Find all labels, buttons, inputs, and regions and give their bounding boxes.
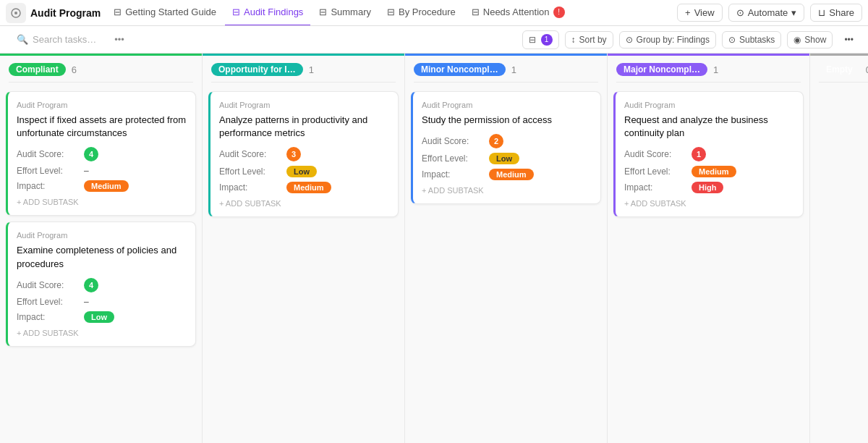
impact-label: Impact:: [422, 169, 483, 180]
audit-score-field: Audit Score:2: [422, 134, 592, 148]
board: Compliant6Audit ProgramInspect if fixed …: [0, 54, 868, 443]
cards-area-compliant: Audit ProgramInspect if fixed assets are…: [0, 88, 202, 443]
column-divider: [819, 82, 868, 83]
effort-label: Effort Level:: [219, 166, 281, 177]
automate-button[interactable]: ⊙ Automate ▾: [728, 4, 805, 22]
app-logo: [6, 3, 26, 23]
column-header-empty: Empty0: [810, 54, 868, 82]
column-count: 1: [511, 64, 516, 75]
effort-field: Effort Level:Medium: [624, 166, 794, 177]
tab-icon: ⊟: [114, 7, 122, 17]
toolbar: 🔍 Search tasks… ••• ⊟ 1 ↕ Sort by ⊙ Grou…: [0, 26, 868, 54]
audit-score-label: Audit Score:: [624, 149, 686, 159]
impact-label: Impact:: [624, 182, 686, 193]
column-empty: Empty0: [810, 54, 868, 443]
share-icon: ⊔: [818, 7, 825, 18]
group-by-button[interactable]: ⊙ Group by: Findings: [619, 31, 716, 48]
task-card[interactable]: Audit ProgramAnalyze patterns in product…: [208, 91, 399, 217]
impact-label: Impact:: [17, 312, 78, 322]
column-major: Major Noncompl…1Audit ProgramRequest and…: [608, 54, 810, 443]
column-header-opportunity: Opportunity for I…1: [203, 54, 404, 82]
audit-score-field: Audit Score:4: [17, 278, 187, 292]
eye-icon: ◉: [793, 35, 801, 45]
tab-label: Getting Started Guide: [125, 7, 216, 17]
svg-point-1: [14, 12, 17, 14]
filter-button[interactable]: ⊟ 1: [522, 30, 559, 49]
impact-field: Impact:High: [624, 182, 794, 193]
effort-field: Effort Level:–: [17, 166, 187, 176]
filter-icon: ⊟: [529, 35, 536, 45]
sort-button[interactable]: ↕ Sort by: [565, 31, 613, 48]
impact-field: Impact:Medium: [17, 180, 187, 192]
effort-badge: Medium: [692, 166, 736, 177]
card-title: Request and analyze the business continu…: [624, 114, 794, 140]
add-subtask-button[interactable]: + ADD SUBTASK: [17, 329, 187, 337]
search-icon: 🔍: [17, 34, 28, 45]
sort-icon: ↕: [571, 35, 576, 45]
status-badge: Opportunity for I…: [211, 63, 303, 76]
cards-area-empty: [810, 88, 868, 443]
card-source: Audit Program: [422, 101, 592, 109]
add-subtask-button[interactable]: + ADD SUBTASK: [17, 198, 187, 206]
audit-score-label: Audit Score:: [219, 149, 281, 159]
toolbar-more2-button[interactable]: •••: [838, 32, 859, 48]
top-nav: Audit Program ⊟ Getting Started Guide ⊟ …: [0, 0, 868, 26]
show-button[interactable]: ◉ Show: [787, 31, 833, 48]
column-header-minor: Minor Noncompl…1: [405, 54, 607, 82]
tab-audit-findings[interactable]: ⊟ Audit Findings: [225, 0, 310, 26]
task-card[interactable]: Audit ProgramRequest and analyze the bus…: [613, 91, 804, 217]
status-badge: Major Noncompl…: [616, 63, 707, 76]
view-button[interactable]: + View: [677, 4, 723, 22]
effort-badge: Low: [489, 153, 519, 164]
tab-label: By Procedure: [399, 7, 456, 17]
effort-label: Effort Level:: [17, 166, 78, 176]
task-card[interactable]: Audit ProgramInspect if fixed assets are…: [6, 91, 196, 216]
column-opportunity: Opportunity for I…1Audit ProgramAnalyze …: [203, 54, 405, 443]
share-button[interactable]: ⊔ Share: [810, 4, 862, 22]
effort-field: Effort Level:–: [17, 297, 187, 307]
tab-icon: ⊟: [387, 7, 395, 17]
column-compliant: Compliant6Audit ProgramInspect if fixed …: [0, 54, 203, 443]
card-title: Inspect if fixed assets are protected fr…: [17, 114, 187, 140]
column-divider: [616, 82, 801, 83]
cards-area-major: Audit ProgramRequest and analyze the bus…: [608, 88, 809, 443]
subtasks-icon: ⊙: [728, 35, 736, 45]
column-header-major: Major Noncompl…1: [608, 54, 809, 82]
tab-summary[interactable]: ⊟ Summary: [312, 0, 378, 26]
tab-needs-attention[interactable]: ⊟ Needs Attention !: [464, 0, 572, 26]
tab-icon: ⊟: [232, 7, 240, 17]
effort-field: Effort Level:Low: [219, 166, 389, 177]
needs-attention-badge: !: [553, 7, 565, 18]
subtasks-button[interactable]: ⊙ Subtasks: [722, 31, 781, 48]
audit-score-field: Audit Score:3: [219, 147, 389, 161]
plus-icon: +: [685, 7, 691, 18]
audit-score-label: Audit Score:: [17, 149, 78, 159]
add-subtask-button[interactable]: + ADD SUBTASK: [624, 199, 794, 208]
effort-label: Effort Level:: [17, 297, 78, 307]
impact-badge: Medium: [84, 180, 129, 192]
tab-by-procedure[interactable]: ⊟ By Procedure: [380, 0, 463, 26]
status-badge: Minor Noncompl…: [414, 63, 506, 76]
card-source: Audit Program: [17, 101, 187, 109]
column-divider: [414, 82, 598, 83]
cards-area-opportunity: Audit ProgramAnalyze patterns in product…: [203, 88, 404, 443]
impact-field: Impact:Medium: [422, 169, 592, 180]
tab-icon: ⊟: [319, 7, 327, 17]
task-card[interactable]: Audit ProgramExamine completeness of pol…: [6, 222, 196, 346]
impact-badge: Medium: [489, 169, 534, 180]
impact-badge: Low: [84, 311, 114, 323]
tab-getting-started[interactable]: ⊟ Getting Started Guide: [106, 0, 224, 26]
audit-score-field: Audit Score:4: [17, 147, 187, 161]
effort-value: –: [84, 297, 89, 307]
search-box[interactable]: 🔍 Search tasks…: [9, 30, 104, 48]
column-minor: Minor Noncompl…1Audit ProgramStudy the p…: [405, 54, 608, 443]
impact-field: Impact:Medium: [219, 182, 389, 193]
add-subtask-button[interactable]: + ADD SUBTASK: [219, 199, 389, 208]
toolbar-more-button[interactable]: •••: [110, 31, 129, 48]
effort-label: Effort Level:: [624, 166, 686, 177]
audit-score-label: Audit Score:: [422, 136, 483, 146]
card-title: Analyze patterns in productivity and per…: [219, 114, 389, 140]
add-subtask-button[interactable]: + ADD SUBTASK: [422, 186, 592, 195]
task-card[interactable]: Audit ProgramStudy the permission of acc…: [411, 91, 601, 204]
tab-label: Needs Attention: [483, 7, 550, 17]
